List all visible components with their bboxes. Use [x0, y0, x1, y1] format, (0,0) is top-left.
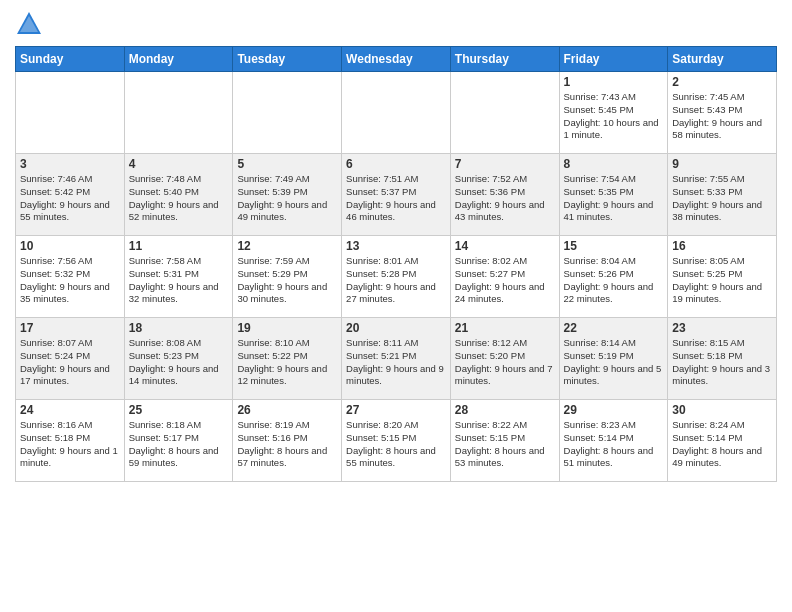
- calendar-cell: 10Sunrise: 7:56 AM Sunset: 5:32 PM Dayli…: [16, 236, 125, 318]
- calendar-cell: 23Sunrise: 8:15 AM Sunset: 5:18 PM Dayli…: [668, 318, 777, 400]
- day-of-week-header: Saturday: [668, 47, 777, 72]
- calendar-cell: 21Sunrise: 8:12 AM Sunset: 5:20 PM Dayli…: [450, 318, 559, 400]
- day-number: 12: [237, 239, 337, 253]
- day-info: Sunrise: 7:56 AM Sunset: 5:32 PM Dayligh…: [20, 255, 120, 306]
- calendar-cell: 29Sunrise: 8:23 AM Sunset: 5:14 PM Dayli…: [559, 400, 668, 482]
- day-number: 11: [129, 239, 229, 253]
- day-number: 25: [129, 403, 229, 417]
- day-info: Sunrise: 8:01 AM Sunset: 5:28 PM Dayligh…: [346, 255, 446, 306]
- calendar-cell: 1Sunrise: 7:43 AM Sunset: 5:45 PM Daylig…: [559, 72, 668, 154]
- day-number: 13: [346, 239, 446, 253]
- day-info: Sunrise: 7:52 AM Sunset: 5:36 PM Dayligh…: [455, 173, 555, 224]
- day-of-week-header: Friday: [559, 47, 668, 72]
- calendar-cell: 3Sunrise: 7:46 AM Sunset: 5:42 PM Daylig…: [16, 154, 125, 236]
- calendar-cell: [124, 72, 233, 154]
- day-info: Sunrise: 8:16 AM Sunset: 5:18 PM Dayligh…: [20, 419, 120, 470]
- day-number: 18: [129, 321, 229, 335]
- calendar-cell: 7Sunrise: 7:52 AM Sunset: 5:36 PM Daylig…: [450, 154, 559, 236]
- day-number: 28: [455, 403, 555, 417]
- day-number: 3: [20, 157, 120, 171]
- day-number: 22: [564, 321, 664, 335]
- day-info: Sunrise: 8:07 AM Sunset: 5:24 PM Dayligh…: [20, 337, 120, 388]
- calendar-cell: 17Sunrise: 8:07 AM Sunset: 5:24 PM Dayli…: [16, 318, 125, 400]
- day-number: 7: [455, 157, 555, 171]
- calendar-cell: [16, 72, 125, 154]
- calendar-cell: 6Sunrise: 7:51 AM Sunset: 5:37 PM Daylig…: [342, 154, 451, 236]
- calendar-cell: 18Sunrise: 8:08 AM Sunset: 5:23 PM Dayli…: [124, 318, 233, 400]
- calendar-cell: 5Sunrise: 7:49 AM Sunset: 5:39 PM Daylig…: [233, 154, 342, 236]
- day-info: Sunrise: 8:14 AM Sunset: 5:19 PM Dayligh…: [564, 337, 664, 388]
- day-number: 16: [672, 239, 772, 253]
- logo: [15, 10, 47, 38]
- calendar-week-row: 17Sunrise: 8:07 AM Sunset: 5:24 PM Dayli…: [16, 318, 777, 400]
- calendar-week-row: 3Sunrise: 7:46 AM Sunset: 5:42 PM Daylig…: [16, 154, 777, 236]
- page: SundayMondayTuesdayWednesdayThursdayFrid…: [0, 0, 792, 612]
- day-info: Sunrise: 7:55 AM Sunset: 5:33 PM Dayligh…: [672, 173, 772, 224]
- calendar-cell: 11Sunrise: 7:58 AM Sunset: 5:31 PM Dayli…: [124, 236, 233, 318]
- calendar-cell: 28Sunrise: 8:22 AM Sunset: 5:15 PM Dayli…: [450, 400, 559, 482]
- day-info: Sunrise: 7:49 AM Sunset: 5:39 PM Dayligh…: [237, 173, 337, 224]
- day-number: 21: [455, 321, 555, 335]
- day-number: 20: [346, 321, 446, 335]
- day-number: 27: [346, 403, 446, 417]
- calendar-cell: 26Sunrise: 8:19 AM Sunset: 5:16 PM Dayli…: [233, 400, 342, 482]
- day-info: Sunrise: 8:04 AM Sunset: 5:26 PM Dayligh…: [564, 255, 664, 306]
- day-of-week-header: Tuesday: [233, 47, 342, 72]
- calendar-cell: 19Sunrise: 8:10 AM Sunset: 5:22 PM Dayli…: [233, 318, 342, 400]
- day-info: Sunrise: 7:51 AM Sunset: 5:37 PM Dayligh…: [346, 173, 446, 224]
- header: [15, 10, 777, 38]
- day-number: 23: [672, 321, 772, 335]
- calendar-cell: 22Sunrise: 8:14 AM Sunset: 5:19 PM Dayli…: [559, 318, 668, 400]
- calendar-cell: 24Sunrise: 8:16 AM Sunset: 5:18 PM Dayli…: [16, 400, 125, 482]
- day-of-week-header: Thursday: [450, 47, 559, 72]
- calendar-week-row: 24Sunrise: 8:16 AM Sunset: 5:18 PM Dayli…: [16, 400, 777, 482]
- day-info: Sunrise: 8:18 AM Sunset: 5:17 PM Dayligh…: [129, 419, 229, 470]
- calendar-cell: 27Sunrise: 8:20 AM Sunset: 5:15 PM Dayli…: [342, 400, 451, 482]
- calendar-cell: 12Sunrise: 7:59 AM Sunset: 5:29 PM Dayli…: [233, 236, 342, 318]
- day-number: 8: [564, 157, 664, 171]
- day-info: Sunrise: 7:58 AM Sunset: 5:31 PM Dayligh…: [129, 255, 229, 306]
- day-info: Sunrise: 8:08 AM Sunset: 5:23 PM Dayligh…: [129, 337, 229, 388]
- day-info: Sunrise: 8:24 AM Sunset: 5:14 PM Dayligh…: [672, 419, 772, 470]
- day-info: Sunrise: 7:48 AM Sunset: 5:40 PM Dayligh…: [129, 173, 229, 224]
- calendar-cell: 30Sunrise: 8:24 AM Sunset: 5:14 PM Dayli…: [668, 400, 777, 482]
- calendar: SundayMondayTuesdayWednesdayThursdayFrid…: [15, 46, 777, 482]
- day-number: 24: [20, 403, 120, 417]
- day-number: 17: [20, 321, 120, 335]
- day-info: Sunrise: 7:45 AM Sunset: 5:43 PM Dayligh…: [672, 91, 772, 142]
- day-number: 1: [564, 75, 664, 89]
- day-info: Sunrise: 7:46 AM Sunset: 5:42 PM Dayligh…: [20, 173, 120, 224]
- day-number: 15: [564, 239, 664, 253]
- day-number: 19: [237, 321, 337, 335]
- day-number: 29: [564, 403, 664, 417]
- calendar-cell: 4Sunrise: 7:48 AM Sunset: 5:40 PM Daylig…: [124, 154, 233, 236]
- calendar-cell: 16Sunrise: 8:05 AM Sunset: 5:25 PM Dayli…: [668, 236, 777, 318]
- day-info: Sunrise: 8:10 AM Sunset: 5:22 PM Dayligh…: [237, 337, 337, 388]
- day-number: 9: [672, 157, 772, 171]
- calendar-cell: [342, 72, 451, 154]
- day-number: 4: [129, 157, 229, 171]
- day-info: Sunrise: 8:11 AM Sunset: 5:21 PM Dayligh…: [346, 337, 446, 388]
- day-of-week-header: Wednesday: [342, 47, 451, 72]
- day-info: Sunrise: 7:59 AM Sunset: 5:29 PM Dayligh…: [237, 255, 337, 306]
- day-number: 5: [237, 157, 337, 171]
- logo-icon: [15, 10, 43, 38]
- calendar-cell: [233, 72, 342, 154]
- calendar-week-row: 1Sunrise: 7:43 AM Sunset: 5:45 PM Daylig…: [16, 72, 777, 154]
- day-number: 6: [346, 157, 446, 171]
- day-number: 26: [237, 403, 337, 417]
- calendar-cell: 8Sunrise: 7:54 AM Sunset: 5:35 PM Daylig…: [559, 154, 668, 236]
- day-info: Sunrise: 7:54 AM Sunset: 5:35 PM Dayligh…: [564, 173, 664, 224]
- calendar-cell: 20Sunrise: 8:11 AM Sunset: 5:21 PM Dayli…: [342, 318, 451, 400]
- day-info: Sunrise: 8:05 AM Sunset: 5:25 PM Dayligh…: [672, 255, 772, 306]
- calendar-header-row: SundayMondayTuesdayWednesdayThursdayFrid…: [16, 47, 777, 72]
- calendar-cell: 9Sunrise: 7:55 AM Sunset: 5:33 PM Daylig…: [668, 154, 777, 236]
- day-of-week-header: Monday: [124, 47, 233, 72]
- day-info: Sunrise: 8:19 AM Sunset: 5:16 PM Dayligh…: [237, 419, 337, 470]
- calendar-cell: [450, 72, 559, 154]
- calendar-cell: 14Sunrise: 8:02 AM Sunset: 5:27 PM Dayli…: [450, 236, 559, 318]
- day-info: Sunrise: 8:15 AM Sunset: 5:18 PM Dayligh…: [672, 337, 772, 388]
- day-info: Sunrise: 8:02 AM Sunset: 5:27 PM Dayligh…: [455, 255, 555, 306]
- day-info: Sunrise: 8:20 AM Sunset: 5:15 PM Dayligh…: [346, 419, 446, 470]
- calendar-cell: 2Sunrise: 7:45 AM Sunset: 5:43 PM Daylig…: [668, 72, 777, 154]
